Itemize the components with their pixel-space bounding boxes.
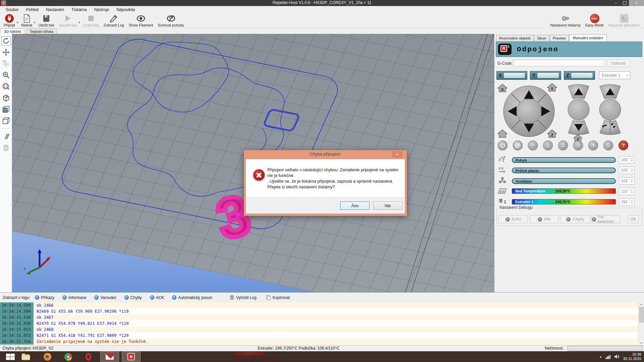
- save-print-button[interactable]: Uložit tisk: [36, 14, 57, 27]
- bed-temperature-bar[interactable]: Bed Temperature 109,39°C: [512, 188, 616, 194]
- filter-warnings[interactable]: Varování: [94, 295, 116, 300]
- flow-value-spinner[interactable]: 100 ▲▼: [619, 167, 635, 174]
- log-output[interactable]: 16:34:14.599ok 2466 16:34:14.599N2469 G1…: [0, 302, 644, 345]
- fan-value-spinner[interactable]: 100 ▲▼: [619, 177, 635, 185]
- spinner-arrows-icon[interactable]: ▲▼: [629, 178, 634, 184]
- connect-button[interactable]: Připojit: [1, 14, 17, 27]
- opera-icon[interactable]: [84, 352, 93, 361]
- easy-mode-button[interactable]: EASY Easy Mode: [583, 14, 606, 27]
- toggle-dot-icon: [566, 217, 571, 222]
- tab-preview[interactable]: Preview: [550, 35, 569, 41]
- extruder-select[interactable]: Extruder 1 ▾: [599, 71, 630, 79]
- xy-jog-pad[interactable]: [502, 85, 555, 139]
- show-filament-button[interactable]: Show Filament: [126, 14, 156, 27]
- flow-slider[interactable]: Průtok plastu: [512, 168, 616, 173]
- rotate-view-button[interactable]: [1, 36, 11, 46]
- clock-time: 16:36: [623, 352, 641, 357]
- taskbar-clock[interactable]: 16:36 30.11.2015: [623, 352, 641, 361]
- dialog-yes-button[interactable]: Áno: [340, 201, 370, 210]
- parallel-projection-button[interactable]: [1, 132, 11, 141]
- menu-napoveda[interactable]: Nápověda: [113, 6, 139, 13]
- maximize-button[interactable]: [620, 0, 629, 6]
- front-view-button[interactable]: [1, 105, 11, 114]
- speaker-icon[interactable]: [614, 354, 620, 359]
- scroll-down-icon[interactable]: ▼: [640, 341, 643, 345]
- park-button[interactable]: P: [528, 140, 538, 150]
- hide-travel-button[interactable]: Schovat pohyby: [155, 14, 186, 27]
- fan-slider[interactable]: Ventilátor: [512, 178, 616, 184]
- spinner-arrows-icon[interactable]: ▲▼: [629, 188, 634, 195]
- load-dropdown-caret[interactable]: ▾: [34, 21, 36, 24]
- top-view-button[interactable]: [1, 116, 11, 125]
- close-button[interactable]: ×: [629, 0, 644, 6]
- mail-app-button[interactable]: [100, 352, 119, 362]
- spinner-arrows-icon[interactable]: ▲▼: [629, 157, 634, 163]
- preset-1-button[interactable]: 1: [543, 140, 553, 150]
- speed-slider[interactable]: Pohyb: [512, 157, 616, 163]
- filter-errors[interactable]: Chyby: [124, 295, 142, 300]
- filter-ack[interactable]: ACK: [150, 295, 164, 300]
- extruder-temperature-bar[interactable]: Extruder 1 249,70°C: [512, 199, 616, 204]
- clear-log-button[interactable]: Vyčistit Log: [230, 295, 257, 300]
- firefox-icon[interactable]: [43, 352, 52, 361]
- load-button[interactable]: Nahrát: [19, 14, 35, 27]
- chrome-icon[interactable]: [64, 352, 72, 361]
- filter-info[interactable]: Informace: [62, 295, 86, 300]
- tab-temperature-curve[interactable]: Teplotní křivka: [26, 28, 57, 34]
- view-tools: [0, 34, 12, 292]
- start-button[interactable]: [6, 354, 15, 360]
- spinner-arrows-icon[interactable]: ▲▼: [629, 167, 634, 174]
- bed-temp-spinner[interactable]: 110 ▲▼: [619, 188, 635, 195]
- extruder-jog-control[interactable]: [597, 84, 623, 136]
- filter-autoscroll[interactable]: Automatický posun: [172, 295, 212, 300]
- printer-settings-button[interactable]: ⚙⚙ Nastavení tiskárny: [548, 14, 583, 27]
- help-button[interactable]: ?: [619, 140, 628, 150]
- dialog-close-button[interactable]: ×: [392, 151, 402, 158]
- isometric-view-button[interactable]: [1, 93, 11, 103]
- fit-view-button[interactable]: [1, 82, 11, 91]
- menu-pohled[interactable]: Pohled: [22, 6, 42, 13]
- scrollbar-thumb[interactable]: [639, 307, 644, 322]
- network-icon[interactable]: [606, 355, 611, 359]
- tab-object-placement[interactable]: Rozmístění objektů: [496, 35, 534, 41]
- status-idle-text: Nečinnost.: [545, 346, 564, 351]
- gcode-input[interactable]: [513, 60, 605, 66]
- status-bar: Chyba připojení::HX3DP_V2 Extruder: 249,…: [0, 345, 644, 351]
- connect-dropdown-caret[interactable]: ▾: [17, 21, 18, 24]
- heater-off-button[interactable]: [513, 140, 523, 150]
- file-explorer-icon[interactable]: [21, 352, 30, 361]
- z-value-field: [571, 72, 593, 78]
- tab-slicer[interactable]: Slicer: [534, 35, 549, 41]
- preset-3-button[interactable]: 3: [573, 140, 583, 150]
- preset-2-button[interactable]: 2: [558, 140, 568, 150]
- z-jog-control[interactable]: [566, 84, 592, 136]
- start-print-label: Spustit tisk: [59, 23, 77, 27]
- menu-nastroje[interactable]: Nástroje: [91, 6, 113, 13]
- preset-5-button[interactable]: 5: [603, 140, 613, 150]
- speed-value-spinner[interactable]: 100 ▲▼: [619, 156, 635, 164]
- tab-3d-view[interactable]: 3D náhled: [1, 28, 24, 34]
- dialog-no-button[interactable]: Nie: [373, 201, 402, 210]
- filter-commands[interactable]: Příkazy: [35, 295, 54, 300]
- power-button[interactable]: [498, 140, 507, 150]
- preset-4-button[interactable]: 4: [588, 140, 598, 150]
- titlebar: R Repetier-Host V1.0.6 - HX3DP_COREXY_V1…: [0, 0, 644, 6]
- tab-manual-control[interactable]: Manuální ovládání: [569, 34, 607, 41]
- minimize-button[interactable]: –: [611, 0, 620, 6]
- copy-icon: [266, 295, 271, 300]
- menu-tiskarna[interactable]: Tiskárna: [68, 6, 91, 13]
- show-log-button[interactable]: Zobrazit Log: [101, 14, 126, 27]
- repetier-host-taskbar-button[interactable]: R: [122, 352, 141, 362]
- menu-nastaveni[interactable]: Nastavení: [42, 6, 68, 13]
- scroll-up-icon[interactable]: ▲: [640, 302, 643, 306]
- move-view-button[interactable]: [1, 48, 11, 57]
- stop-icon: [88, 14, 94, 23]
- spinner-arrows-icon[interactable]: ▲▼: [629, 199, 634, 205]
- zoom-in-button[interactable]: [1, 70, 11, 80]
- tray-expand-icon[interactable]: ▲: [599, 355, 602, 358]
- menu-soubor[interactable]: Soubor: [2, 6, 22, 13]
- copy-log-button[interactable]: Kopírovat: [266, 295, 290, 300]
- extruder-temp-spinner[interactable]: 250 ▲▼: [619, 198, 635, 206]
- log-scrollbar[interactable]: ▲ ▼: [638, 302, 644, 345]
- window-title: Repetier-Host V1.0.6 - HX3DP_COREXY_V1_2…: [0, 0, 644, 5]
